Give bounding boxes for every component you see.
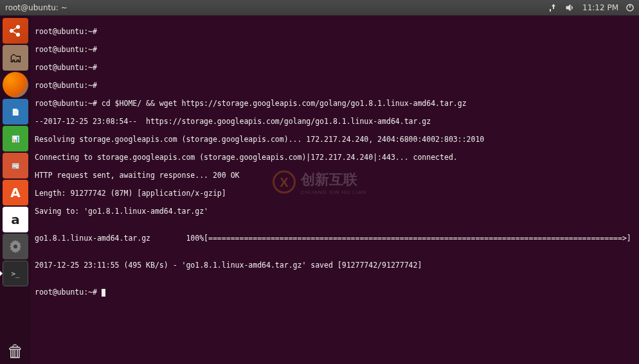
terminal-line: root@ubuntu:~# cd $HOME/ && wget https:/… <box>35 99 635 108</box>
terminal-line: root@ubuntu:~# <box>35 27 635 36</box>
session-icon[interactable] <box>626 4 634 12</box>
unity-launcher: 🗂 📄 📊 📰 A a >_ 🗑 <box>0 15 31 364</box>
terminal-line: root@ubuntu:~# <box>35 81 635 90</box>
terminal-line: go1.8.1.linux-amd64.tar.gz 100%[========… <box>35 234 635 243</box>
amazon-icon[interactable]: a <box>3 207 28 232</box>
clock[interactable]: 11:12 PM <box>582 3 618 12</box>
svg-point-2 <box>16 25 20 29</box>
terminal-line: root@ubuntu:~# <box>35 45 635 54</box>
svg-line-5 <box>13 31 17 34</box>
terminal-line: --2017-12-25 23:08:54-- https://storage.… <box>35 117 635 126</box>
trash-icon[interactable]: 🗑 <box>3 338 28 364</box>
terminal-content[interactable]: root@ubuntu:~# root@ubuntu:~# root@ubunt… <box>31 15 639 364</box>
ubuntu-software-icon[interactable]: A <box>3 180 28 205</box>
libreoffice-writer-icon[interactable]: 📄 <box>3 99 28 125</box>
sound-icon[interactable] <box>566 4 575 12</box>
window-title: root@ubuntu: ~ <box>5 3 68 12</box>
svg-point-6 <box>14 245 17 248</box>
files-icon[interactable]: 🗂 <box>3 45 28 71</box>
terminal-line: root@ubuntu:~# <box>35 63 635 72</box>
svg-point-3 <box>16 33 20 37</box>
terminal-cursor <box>102 289 105 297</box>
libreoffice-impress-icon[interactable]: 📰 <box>3 153 28 178</box>
svg-point-1 <box>10 29 14 33</box>
window-title-text: root@ubuntu: ~ <box>5 3 68 12</box>
system-indicators[interactable]: 11:12 PM <box>549 3 634 12</box>
svg-line-4 <box>13 28 17 30</box>
firefox-icon[interactable] <box>3 72 28 98</box>
terminal-line: Length: 91277742 (87M) [application/x-gz… <box>35 189 635 198</box>
terminal-line: 2017-12-25 23:11:55 (495 KB/s) - 'go1.8.… <box>35 261 635 270</box>
terminal-icon[interactable]: >_ <box>3 261 28 286</box>
terminal-line: Saving to: 'go1.8.1.linux-amd64.tar.gz' <box>35 207 635 216</box>
top-menubar: root@ubuntu: ~ 11:12 PM <box>0 0 639 15</box>
terminal-line: Resolving storage.googleapis.com (storag… <box>35 135 635 144</box>
network-icon[interactable] <box>549 4 558 12</box>
system-settings-icon[interactable] <box>3 234 28 259</box>
terminal-prompt-line: root@ubuntu:~# <box>35 288 635 297</box>
terminal-line: HTTP request sent, awaiting response... … <box>35 171 635 180</box>
libreoffice-calc-icon[interactable]: 📊 <box>3 126 28 152</box>
terminal-line: Connecting to storage.googleapis.com (st… <box>35 153 635 162</box>
dash-icon[interactable] <box>3 18 28 44</box>
